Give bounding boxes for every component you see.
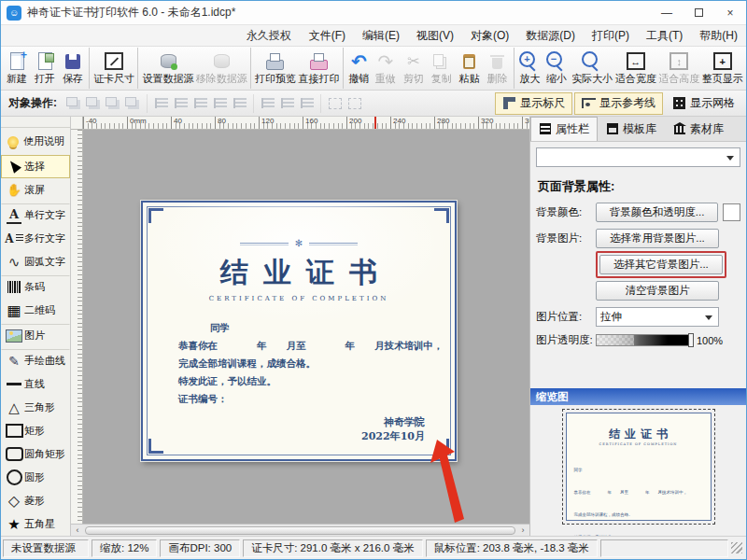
diamond-icon bbox=[4, 492, 24, 511]
menu-item[interactable]: 对象(O) bbox=[462, 25, 517, 47]
close-button[interactable]: × bbox=[714, 1, 746, 24]
help-button[interactable]: 使用说明 bbox=[1, 127, 70, 155]
toolbar-button[interactable]: 放大 bbox=[514, 48, 543, 89]
scroll-left-icon[interactable]: ‹ bbox=[71, 525, 84, 536]
view-toggle-button[interactable]: 显示网格 bbox=[665, 92, 742, 115]
object-op-button[interactable] bbox=[147, 94, 171, 113]
maximize-button[interactable] bbox=[683, 1, 714, 24]
scroll-right-icon[interactable]: › bbox=[516, 525, 529, 536]
sidebar-tool[interactable]: 图片 bbox=[1, 324, 70, 347]
toolbar-button[interactable]: 适合宽度 bbox=[614, 48, 657, 89]
toolbar-button[interactable]: 整页显示 bbox=[700, 48, 743, 89]
bg-image-label: 背景图片: bbox=[536, 231, 596, 245]
toolbar-button[interactable]: 缩小 bbox=[543, 48, 571, 89]
minimize-button[interactable]: — bbox=[651, 1, 683, 24]
sidebar-tool[interactable]: 选择 bbox=[1, 155, 70, 178]
object-op-button[interactable] bbox=[277, 94, 297, 113]
zoom-out-icon bbox=[545, 50, 568, 72]
sidebar-tool[interactable]: 直线 bbox=[1, 372, 70, 396]
object-op-button[interactable] bbox=[210, 94, 230, 113]
materials-tab-icon bbox=[673, 122, 686, 135]
toolbar-button[interactable]: 直接打印 bbox=[297, 48, 340, 89]
toolbar-button[interactable]: 粘贴 bbox=[456, 48, 484, 89]
object-op-button[interactable] bbox=[104, 94, 123, 113]
vertical-ruler bbox=[71, 130, 83, 524]
bg-color-swatch[interactable] bbox=[723, 203, 740, 221]
toolbar-button[interactable]: 适合高度 bbox=[657, 48, 700, 89]
design-canvas[interactable]: ✻ 结业证书 CERTIFICATE OF COMPLETION 同学 恭喜你在… bbox=[83, 130, 529, 524]
sidebar-tool[interactable]: 圆形 bbox=[1, 466, 70, 489]
menu-item[interactable]: 工具(T) bbox=[638, 25, 691, 47]
image-opacity-label: 图片透明度: bbox=[536, 333, 596, 347]
sidebar-tool[interactable]: 五角星 bbox=[1, 512, 70, 536]
panel-tab[interactable]: 素材库 bbox=[665, 117, 732, 141]
bg-image-clear-button[interactable]: 清空背景图片 bbox=[596, 281, 719, 301]
certificate-page[interactable]: ✻ 结业证书 CERTIFICATE OF COMPLETION 同学 恭喜你在… bbox=[141, 201, 457, 461]
object-op-button[interactable] bbox=[64, 94, 84, 113]
toolbar-button[interactable]: 撤销 bbox=[343, 48, 372, 89]
object-op-button[interactable] bbox=[297, 94, 317, 113]
certificate-salutation: 同学 bbox=[210, 319, 427, 337]
view-toggle-button[interactable]: 显示标尺 bbox=[495, 92, 572, 115]
ruler-label: 240 bbox=[390, 117, 434, 129]
sidebar-tool[interactable]: 菱形 bbox=[1, 489, 70, 512]
menu-item[interactable]: 视图(V) bbox=[408, 25, 462, 47]
thumbnail-preview[interactable]: 结业证书 CERTIFICATE OF COMPLETION 同学 恭喜你在 年… bbox=[530, 405, 746, 528]
sidebar-tool[interactable]: 滚屏 bbox=[1, 178, 70, 202]
horizontal-scrollbar[interactable]: ‹ › bbox=[71, 524, 529, 536]
object-op-button[interactable] bbox=[320, 94, 345, 113]
sidebar-tool[interactable]: 多行文字 bbox=[1, 227, 70, 250]
toolbar-button[interactable]: 重做 bbox=[372, 48, 400, 89]
sidebar-tool[interactable]: 条码 bbox=[1, 275, 70, 299]
toolbar-button[interactable]: 删除 bbox=[484, 48, 512, 89]
panel-tab[interactable]: 属性栏 bbox=[530, 117, 598, 141]
scrollbar-thumb[interactable] bbox=[85, 526, 515, 535]
panel-tab-label: 属性栏 bbox=[556, 121, 589, 137]
toolbar-button[interactable]: 打开 bbox=[31, 48, 59, 89]
dpi-status: 画布DPI: 300 bbox=[160, 539, 240, 557]
image-opacity-slider[interactable] bbox=[596, 334, 693, 346]
sidebar-tool[interactable]: 三角形 bbox=[1, 396, 70, 419]
section-title: 页面背景属性: bbox=[538, 178, 739, 195]
toolbar-button[interactable]: 证卡尺寸 bbox=[89, 48, 135, 89]
sidebar-tool[interactable]: 矩形 bbox=[1, 419, 70, 442]
fit-page-icon bbox=[712, 50, 734, 72]
object-selector-dropdown[interactable] bbox=[536, 147, 740, 167]
object-op-button[interactable] bbox=[171, 94, 190, 113]
resize-grip[interactable] bbox=[731, 542, 742, 553]
certificate-body-line: 特发此证，予以结业。 bbox=[178, 372, 427, 390]
menu-item[interactable]: 文件(F) bbox=[301, 25, 354, 47]
toolbar-button[interactable]: 保存 bbox=[59, 48, 87, 89]
object-op-button[interactable] bbox=[84, 94, 104, 113]
image-position-dropdown[interactable]: 拉伸 bbox=[596, 307, 719, 327]
bg-image-other-button[interactable]: 选择其它背景图片... bbox=[599, 255, 723, 274]
toolbar-button[interactable]: 打印预览 bbox=[250, 48, 297, 89]
object-op-button[interactable] bbox=[190, 94, 210, 113]
toolbar-button[interactable]: 设置数据源 bbox=[137, 48, 194, 89]
toolbar-button[interactable]: 新建 bbox=[3, 48, 31, 89]
object-op-button[interactable] bbox=[230, 94, 249, 113]
sidebar-tool[interactable]: 单行文字 bbox=[1, 203, 70, 227]
object-op-button[interactable] bbox=[345, 94, 364, 113]
object-op-button[interactable] bbox=[123, 94, 143, 113]
ruler-label: -40 bbox=[83, 117, 127, 129]
sidebar-tool[interactable]: 圆角矩形 bbox=[1, 442, 70, 466]
sidebar-tool[interactable]: 手绘曲线 bbox=[1, 349, 70, 372]
toolbar-button[interactable]: 移除数据源 bbox=[195, 48, 248, 89]
object-op-button[interactable] bbox=[253, 94, 277, 113]
view-toggle-button[interactable]: 显示参考线 bbox=[574, 92, 663, 115]
sidebar-tool[interactable]: 圆弧文字 bbox=[1, 250, 70, 273]
sidebar-tool[interactable]: 二维码 bbox=[1, 299, 70, 322]
toolbar-button[interactable]: 剪切 bbox=[400, 48, 428, 89]
panel-tab[interactable]: 模板库 bbox=[598, 117, 665, 141]
menu-item[interactable]: 帮助(H) bbox=[691, 25, 746, 47]
menu-item[interactable]: 编辑(E) bbox=[354, 25, 408, 47]
menu-item[interactable]: 打印(P) bbox=[584, 25, 638, 47]
paste-icon bbox=[458, 50, 481, 72]
bg-color-button[interactable]: 背景颜色和透明度... bbox=[596, 203, 718, 222]
toolbar-button[interactable]: 复制 bbox=[428, 48, 456, 89]
menu-item[interactable]: 数据源(D) bbox=[517, 25, 584, 47]
bg-image-common-button[interactable]: 选择常用背景图片... bbox=[596, 229, 719, 248]
slider-handle[interactable] bbox=[688, 333, 694, 347]
toolbar-button[interactable]: 实际大小 bbox=[571, 48, 613, 89]
